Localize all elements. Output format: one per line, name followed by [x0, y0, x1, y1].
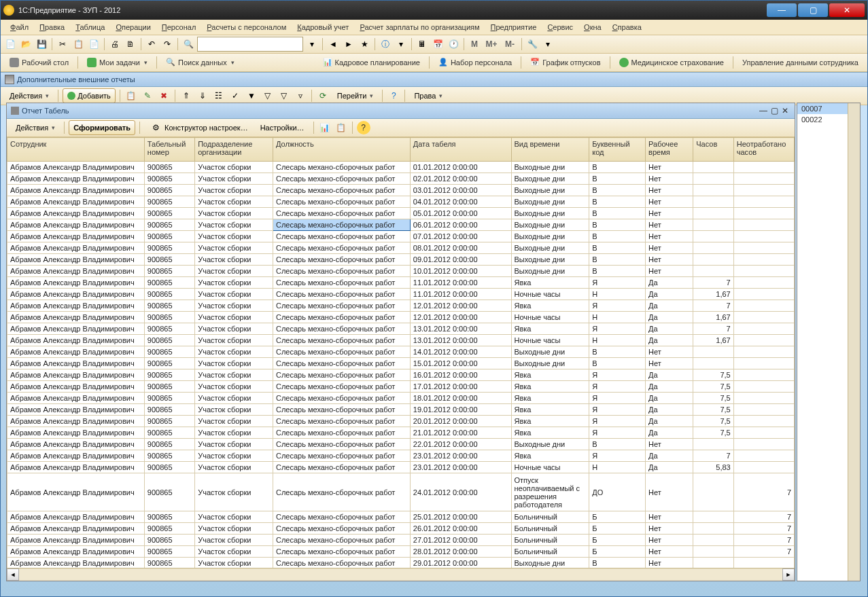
nav-desktop[interactable]: Рабочий стол — [3, 55, 75, 70]
cell[interactable] — [733, 266, 794, 277]
cell[interactable]: Больничный — [511, 535, 589, 546]
table-row[interactable]: Абрамов Александр Владимирович900865Учас… — [7, 196, 795, 208]
cell[interactable]: Абрамов Александр Владимирович — [7, 242, 145, 254]
cell[interactable]: Абрамов Александр Владимирович — [7, 162, 145, 173]
cell[interactable] — [733, 185, 794, 196]
goto-button[interactable]: Перейти▾ — [332, 88, 379, 103]
grid-scroll-area[interactable]: СотрудникТабельный номерПодразделение ор… — [7, 137, 795, 568]
print-icon[interactable]: 🖨 — [108, 37, 122, 51]
cell[interactable]: Участок сборки — [195, 416, 273, 427]
cell[interactable]: Абрамов Александр Владимирович — [7, 535, 145, 546]
memory-mminus-icon[interactable]: M- — [502, 37, 518, 51]
cell[interactable]: Абрамов Александр Владимирович — [7, 450, 145, 462]
menu-item[interactable]: Правка — [34, 22, 70, 33]
cell[interactable]: Участок сборки — [195, 358, 273, 369]
cell[interactable]: Участок сборки — [195, 535, 273, 546]
cell[interactable]: Участок сборки — [195, 312, 273, 323]
cell[interactable]: Слесарь механо-сборочных работ — [273, 358, 410, 369]
cell[interactable]: Слесарь механо-сборочных работ — [273, 266, 410, 277]
cell[interactable]: 900865 — [144, 546, 194, 558]
cell[interactable]: Участок сборки — [195, 439, 273, 450]
cell[interactable]: Выходные дни — [511, 185, 589, 196]
cell[interactable]: 09.01.2012 0:00:00 — [410, 254, 511, 266]
cell[interactable]: Я — [589, 323, 646, 335]
cell[interactable] — [733, 462, 794, 473]
cell[interactable]: Участок сборки — [195, 369, 273, 381]
report-help-icon[interactable]: ? — [357, 121, 370, 134]
cell[interactable]: В — [589, 173, 646, 185]
cell[interactable]: Слесарь механо-сборочных работ — [273, 219, 410, 231]
cell[interactable]: Абрамов Александр Владимирович — [7, 335, 145, 346]
cell[interactable]: 900865 — [144, 219, 194, 231]
cell[interactable]: 07.01.2012 0:00:00 — [410, 231, 511, 242]
cell[interactable]: Слесарь механо-сборочных работ — [273, 473, 410, 511]
cell[interactable]: 900865 — [144, 346, 194, 358]
cell[interactable]: Да — [646, 450, 693, 462]
column-header[interactable]: Сотрудник — [7, 138, 145, 162]
cell[interactable] — [733, 323, 794, 335]
cell[interactable] — [733, 358, 794, 369]
cell[interactable]: Абрамов Александр Владимирович — [7, 369, 145, 381]
cell[interactable]: Да — [646, 427, 693, 439]
cell[interactable]: Участок сборки — [195, 323, 273, 335]
cell[interactable]: Участок сборки — [195, 208, 273, 219]
cell[interactable]: Явка — [511, 381, 589, 393]
hierarchy-icon[interactable]: ☷ — [212, 89, 226, 103]
search-input[interactable] — [197, 37, 303, 52]
paste-icon[interactable]: 📄 — [87, 37, 101, 51]
cell[interactable] — [733, 219, 794, 231]
cell[interactable] — [733, 439, 794, 450]
cell[interactable]: Абрамов Александр Владимирович — [7, 473, 145, 511]
cell[interactable]: Нет — [646, 231, 693, 242]
cell[interactable]: Участок сборки — [195, 511, 273, 523]
cell[interactable]: 05.01.2012 0:00:00 — [410, 208, 511, 219]
cell[interactable]: 900865 — [144, 231, 194, 242]
cell[interactable]: Абрамов Александр Владимирович — [7, 427, 145, 439]
cell[interactable]: 7 — [693, 323, 733, 335]
cell[interactable]: Абрамов Александр Владимирович — [7, 289, 145, 300]
cell[interactable]: Я — [589, 393, 646, 404]
cell[interactable]: Абрамов Александр Владимирович — [7, 439, 145, 450]
cell[interactable] — [693, 242, 733, 254]
cell[interactable] — [693, 358, 733, 369]
cell[interactable]: Я — [589, 404, 646, 416]
nav-medical[interactable]: Медицинское страхование — [613, 55, 730, 70]
tool1-icon[interactable]: 📊 — [318, 121, 332, 134]
cell[interactable]: 7,5 — [693, 416, 733, 427]
cell[interactable]: Выходные дни — [511, 219, 589, 231]
cell[interactable] — [693, 266, 733, 277]
cell[interactable]: Нет — [646, 208, 693, 219]
menu-item[interactable]: Файл — [5, 22, 34, 33]
cell[interactable]: Выходные дни — [511, 162, 589, 173]
calc-icon[interactable]: 🖩 — [415, 37, 429, 51]
cell[interactable]: Абрамов Александр Владимирович — [7, 219, 145, 231]
cell[interactable]: В — [589, 346, 646, 358]
cell[interactable]: Абрамов Александр Владимирович — [7, 523, 145, 535]
open-icon[interactable]: 📂 — [19, 37, 33, 51]
cell[interactable]: 900865 — [144, 369, 194, 381]
cell[interactable]: 900865 — [144, 511, 194, 523]
table-row[interactable]: Абрамов Александр Владимирович900865Учас… — [7, 404, 795, 416]
new-icon[interactable]: 📄 — [3, 37, 17, 51]
cell[interactable] — [733, 242, 794, 254]
cell[interactable]: Я — [589, 427, 646, 439]
cell[interactable]: 01.01.2012 0:00:00 — [410, 162, 511, 173]
cell[interactable]: Я — [589, 381, 646, 393]
cell[interactable]: 19.01.2012 0:00:00 — [410, 404, 511, 416]
cell[interactable]: Участок сборки — [195, 242, 273, 254]
cell[interactable]: Участок сборки — [195, 300, 273, 312]
cell[interactable]: 900865 — [144, 381, 194, 393]
cell[interactable]: Н — [589, 335, 646, 346]
cell[interactable]: 11.01.2012 0:00:00 — [410, 289, 511, 300]
cell[interactable]: Нет — [646, 358, 693, 369]
cell[interactable]: Б — [589, 535, 646, 546]
cell[interactable] — [733, 173, 794, 185]
table-row[interactable]: Абрамов Александр Владимирович900865Учас… — [7, 381, 795, 393]
cell[interactable]: 900865 — [144, 323, 194, 335]
cell[interactable]: Б — [589, 511, 646, 523]
cell[interactable] — [693, 231, 733, 242]
cell[interactable]: Участок сборки — [195, 462, 273, 473]
cell[interactable]: Выходные дни — [511, 558, 589, 568]
cell[interactable]: 900865 — [144, 312, 194, 323]
cell[interactable]: Нет — [646, 173, 693, 185]
